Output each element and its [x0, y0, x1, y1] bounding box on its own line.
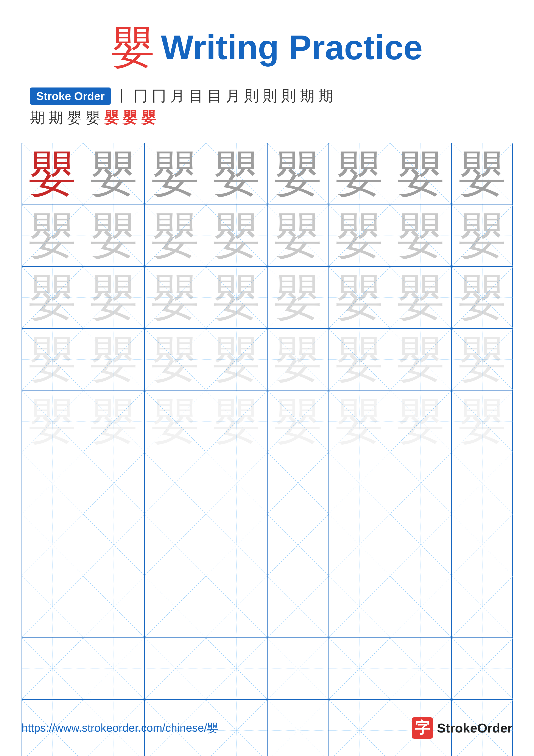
grid-row-4: 嬰 嬰 嬰 嬰 嬰 嬰 嬰 嬰 [22, 329, 512, 391]
grid-cell-6-7[interactable] [390, 452, 452, 514]
grid-cell-6-5[interactable] [267, 452, 329, 514]
grid-cell-8-5[interactable] [267, 576, 329, 637]
stroke-12: 期 [318, 86, 333, 106]
grid-cell-9-4[interactable] [206, 638, 267, 699]
grid-cell-9-7[interactable] [390, 638, 452, 699]
grid-cell-9-3[interactable] [145, 638, 206, 699]
grid-cell-1-4[interactable]: 嬰 [206, 143, 267, 204]
grid-cell-2-3[interactable]: 嬰 [145, 205, 206, 266]
grid-cell-3-8[interactable]: 嬰 [452, 267, 513, 328]
stroke-15: 嬰 [67, 108, 82, 127]
stroke-14: 期 [49, 108, 63, 127]
grid-cell-9-1[interactable] [22, 638, 83, 699]
grid-cell-5-8[interactable]: 嬰 [452, 391, 513, 452]
grid-row-6 [22, 452, 512, 514]
grid-cell-8-4[interactable] [206, 576, 267, 637]
title-text: Writing Practice [161, 28, 423, 67]
footer-url[interactable]: https://www.strokeorder.com/chinese/嬰 [21, 720, 218, 736]
grid-cell-5-4[interactable]: 嬰 [206, 391, 267, 452]
grid-cell-9-5[interactable] [267, 638, 329, 699]
grid-cell-7-2[interactable] [83, 514, 145, 576]
grid-cell-9-8[interactable] [452, 638, 513, 699]
grid-cell-6-8[interactable] [452, 452, 513, 514]
grid-cell-7-7[interactable] [390, 514, 452, 576]
grid-cell-1-5[interactable]: 嬰 [267, 143, 329, 204]
grid-cell-8-6[interactable] [329, 576, 390, 637]
grid-cell-1-1[interactable]: 嬰 [22, 143, 83, 204]
grid-cell-8-3[interactable] [145, 576, 206, 637]
grid-cell-6-1[interactable] [22, 452, 83, 514]
stroke-order-section: Stroke Order 丨 冂 冂 月 目 目 月 則 則 則 期 期 期 期… [21, 86, 513, 130]
grid-cell-8-1[interactable] [22, 576, 83, 637]
grid-cell-5-5[interactable]: 嬰 [267, 391, 329, 452]
grid-cell-2-7[interactable]: 嬰 [390, 205, 452, 266]
grid-cell-4-8[interactable]: 嬰 [452, 329, 513, 390]
grid-cell-2-8[interactable]: 嬰 [452, 205, 513, 266]
grid-cell-3-3[interactable]: 嬰 [145, 267, 206, 328]
stroke-2: 冂 [133, 86, 148, 106]
grid-cell-7-4[interactable] [206, 514, 267, 576]
stroke-order-label: Stroke Order [30, 88, 111, 105]
grid-cell-4-3[interactable]: 嬰 [145, 329, 206, 390]
grid-cell-1-3[interactable]: 嬰 [145, 143, 206, 204]
grid-cell-7-5[interactable] [267, 514, 329, 576]
grid-cell-1-8[interactable]: 嬰 [452, 143, 513, 204]
grid-cell-2-5[interactable]: 嬰 [267, 205, 329, 266]
grid-cell-7-8[interactable] [452, 514, 513, 576]
stroke-13: 期 [30, 108, 45, 127]
footer-brand: 字 StrokeOrder [412, 717, 513, 739]
stroke-5: 目 [189, 86, 203, 106]
grid-cell-8-7[interactable] [390, 576, 452, 637]
grid-cell-6-2[interactable] [83, 452, 145, 514]
grid-cell-2-4[interactable]: 嬰 [206, 205, 267, 266]
grid-cell-8-8[interactable] [452, 576, 513, 637]
writing-grid: 嬰 嬰 嬰 嬰 嬰 嬰 嬰 嬰 [21, 143, 513, 756]
grid-cell-4-5[interactable]: 嬰 [267, 329, 329, 390]
grid-cell-5-2[interactable]: 嬰 [83, 391, 145, 452]
grid-cell-7-6[interactable] [329, 514, 390, 576]
grid-cell-5-7[interactable]: 嬰 [390, 391, 452, 452]
grid-cell-2-2[interactable]: 嬰 [83, 205, 145, 266]
grid-cell-4-4[interactable]: 嬰 [206, 329, 267, 390]
stroke-18-final: 嬰 [123, 108, 138, 127]
grid-cell-7-3[interactable] [145, 514, 206, 576]
grid-cell-3-4[interactable]: 嬰 [206, 267, 267, 328]
grid-cell-6-4[interactable] [206, 452, 267, 514]
grid-cell-3-2[interactable]: 嬰 [83, 267, 145, 328]
grid-cell-3-1[interactable]: 嬰 [22, 267, 83, 328]
title-section: 嬰 Writing Practice [111, 26, 423, 69]
grid-cell-8-2[interactable] [83, 576, 145, 637]
grid-cell-2-1[interactable]: 嬰 [22, 205, 83, 266]
stroke-order-row-2: 期 期 嬰 嬰 嬰 嬰 嬰 [30, 108, 156, 127]
grid-cell-4-1[interactable]: 嬰 [22, 329, 83, 390]
stroke-8: 則 [244, 86, 259, 106]
grid-cell-3-6[interactable]: 嬰 [329, 267, 390, 328]
grid-cell-4-6[interactable]: 嬰 [329, 329, 390, 390]
grid-cell-1-6[interactable]: 嬰 [329, 143, 390, 204]
grid-cell-4-7[interactable]: 嬰 [390, 329, 452, 390]
grid-row-1: 嬰 嬰 嬰 嬰 嬰 嬰 嬰 嬰 [22, 143, 512, 205]
grid-row-7 [22, 514, 512, 576]
stroke-17-final: 嬰 [104, 108, 119, 127]
brand-icon-char: 字 [415, 718, 430, 738]
brand-name: StrokeOrder [437, 721, 513, 736]
grid-cell-1-7[interactable]: 嬰 [390, 143, 452, 204]
grid-cell-1-2[interactable]: 嬰 [83, 143, 145, 204]
grid-cell-7-1[interactable] [22, 514, 83, 576]
grid-cell-6-3[interactable] [145, 452, 206, 514]
grid-cell-2-6[interactable]: 嬰 [329, 205, 390, 266]
footer: https://www.strokeorder.com/chinese/嬰 字 … [21, 717, 513, 739]
grid-cell-3-7[interactable]: 嬰 [390, 267, 452, 328]
grid-cell-5-6[interactable]: 嬰 [329, 391, 390, 452]
grid-cell-9-6[interactable] [329, 638, 390, 699]
grid-cell-9-2[interactable] [83, 638, 145, 699]
stroke-1: 丨 [114, 86, 129, 106]
title-chinese-char: 嬰 [111, 26, 154, 69]
grid-cell-6-6[interactable] [329, 452, 390, 514]
grid-cell-3-5[interactable]: 嬰 [267, 267, 329, 328]
grid-cell-5-3[interactable]: 嬰 [145, 391, 206, 452]
stroke-3: 冂 [152, 86, 166, 106]
grid-cell-4-2[interactable]: 嬰 [83, 329, 145, 390]
grid-row-9 [22, 638, 512, 700]
grid-cell-5-1[interactable]: 嬰 [22, 391, 83, 452]
